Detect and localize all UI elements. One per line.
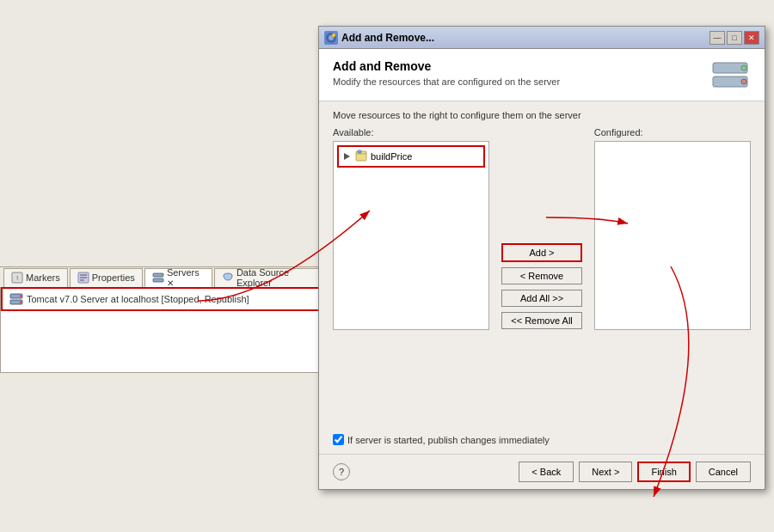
svg-point-16 <box>332 34 335 37</box>
svg-point-19 <box>741 65 746 70</box>
configured-listbox[interactable] <box>594 141 751 330</box>
datasource-icon <box>222 272 234 284</box>
back-button[interactable]: < Back <box>519 462 574 482</box>
servers-icon <box>152 272 164 284</box>
dialog-instruction: Move resources to the right to configure… <box>333 110 751 120</box>
publish-checkbox[interactable] <box>333 434 344 445</box>
svg-point-13 <box>20 301 22 303</box>
server-item-label: Tomcat v7.0 Server at localhost [Stopped… <box>27 294 249 304</box>
available-panel: Available: buildPrice <box>333 127 489 427</box>
footer-nav-buttons: < Back Next > Finish Cancel <box>519 462 751 482</box>
resources-area: Available: buildPrice <box>333 127 751 427</box>
add-remove-dialog: Add and Remove... — □ ✕ Add and Remove M… <box>318 26 765 490</box>
available-listbox[interactable]: buildPrice <box>333 141 489 330</box>
tab-markers-label: Markers <box>26 272 60 283</box>
dialog-header-subtitle: Modify the resources that are configured… <box>333 76 560 87</box>
publish-checkbox-area: If server is started, publish changes im… <box>333 434 751 445</box>
minimize-button[interactable]: — <box>710 31 725 45</box>
dialog-title-buttons: — □ ✕ <box>710 31 759 45</box>
dialog-titlebar: Add and Remove... — □ ✕ <box>319 27 765 49</box>
configured-label: Configured: <box>594 127 751 138</box>
tab-markers[interactable]: ! Markers <box>3 268 68 287</box>
restore-button[interactable]: □ <box>727 31 742 45</box>
markers-icon: ! <box>11 272 23 284</box>
tab-datasource[interactable]: Data Source Explorer <box>214 268 327 287</box>
dialog-title-text: Add and Remove... <box>341 32 434 44</box>
finish-button[interactable]: Finish <box>637 462 690 482</box>
tab-servers-label: Servers ✕ <box>167 267 205 288</box>
tab-properties-label: Properties <box>92 272 135 283</box>
dialog-header: Add and Remove Modify the resources that… <box>319 49 765 101</box>
expand-icon <box>344 153 350 160</box>
svg-point-20 <box>741 79 746 84</box>
dialog-header-title: Add and Remove <box>333 59 560 73</box>
configured-panel: Configured: <box>594 127 751 427</box>
publish-checkbox-label: If server is started, publish changes im… <box>347 435 550 445</box>
properties-icon <box>77 272 89 284</box>
add-button[interactable]: Add > <box>501 243 582 262</box>
svg-point-12 <box>20 295 22 297</box>
remove-all-button[interactable]: << Remove All <box>501 312 582 329</box>
available-item-label: buildPrice <box>371 151 412 162</box>
dialog-body: Move resources to the right to configure… <box>319 101 765 454</box>
tab-datasource-label: Data Source Explorer <box>236 267 319 288</box>
available-label: Available: <box>333 127 489 138</box>
tomcat-server-icon <box>9 292 23 306</box>
server-item[interactable]: Tomcat v7.0 Server at localhost [Stopped… <box>1 287 326 311</box>
transfer-buttons: Add > < Remove Add All >> << Remove All <box>496 127 587 427</box>
svg-text:!: ! <box>16 274 18 282</box>
svg-rect-7 <box>153 278 163 282</box>
svg-point-8 <box>161 274 163 276</box>
tab-servers[interactable]: Servers ✕ <box>144 268 212 287</box>
help-button[interactable]: ? <box>333 463 350 480</box>
project-icon <box>355 150 367 163</box>
close-button[interactable]: ✕ <box>744 31 759 45</box>
add-all-button[interactable]: Add All >> <box>501 290 582 307</box>
svg-rect-22 <box>358 150 361 153</box>
cancel-button[interactable]: Cancel <box>696 462 751 482</box>
dialog-footer: ? < Back Next > Finish Cancel <box>319 454 765 489</box>
remove-button[interactable]: < Remove <box>501 267 582 284</box>
available-item-buildprice[interactable]: buildPrice <box>337 145 485 168</box>
server-view: Tomcat v7.0 Server at localhost [Stopped… <box>0 287 327 373</box>
next-button[interactable]: Next > <box>579 462 632 482</box>
dialog-title-area: Add and Remove... <box>324 31 434 45</box>
dialog-header-graphic <box>710 59 751 94</box>
tab-bar: ! Markers Properties Servers ✕ Data Sour… <box>0 266 327 287</box>
dialog-title-icon <box>324 31 338 45</box>
tab-properties[interactable]: Properties <box>70 268 143 287</box>
